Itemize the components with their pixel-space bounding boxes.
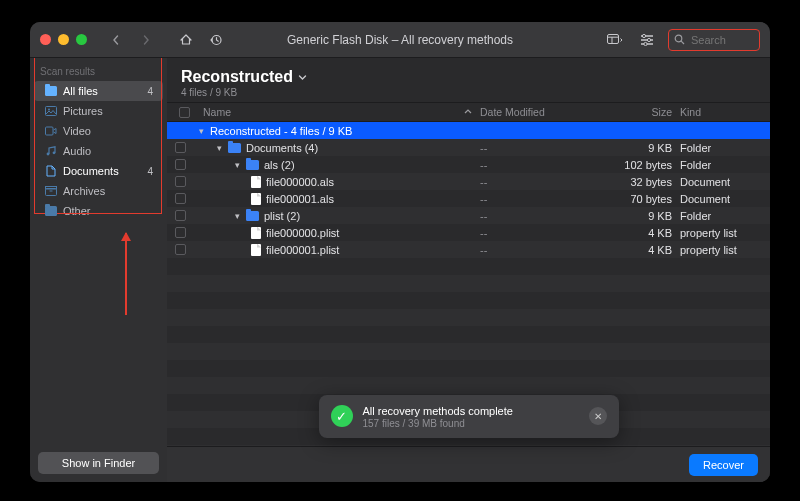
document-icon: [251, 227, 261, 239]
table-row[interactable]: ▾als (2) -- 102 bytes Folder: [167, 156, 770, 173]
sidebar-item-label: Video: [63, 125, 91, 137]
svg-rect-14: [45, 127, 53, 135]
column-date[interactable]: Date Modified: [480, 106, 600, 118]
sort-indicator-icon: [464, 108, 472, 116]
folder-icon: [228, 143, 241, 153]
document-icon: [251, 176, 261, 188]
table-row[interactable]: file000000.plist -- 4 KB property list: [167, 224, 770, 241]
toast-close-button[interactable]: ✕: [589, 407, 607, 425]
sidebar-item-label: All files: [63, 85, 98, 97]
main-title[interactable]: Reconstructed: [181, 68, 756, 86]
forward-button[interactable]: [135, 29, 157, 51]
close-window-button[interactable]: [40, 34, 51, 45]
document-icon: [251, 193, 261, 205]
folder-icon: [246, 211, 259, 221]
history-button[interactable]: [205, 29, 227, 51]
sidebar-item-audio[interactable]: Audio: [34, 141, 163, 161]
sidebar-item-documents[interactable]: Documents 4: [34, 161, 163, 181]
sidebar-item-all-files[interactable]: All files 4: [34, 81, 163, 101]
annotation-arrow: [125, 233, 127, 315]
row-checkbox[interactable]: [175, 227, 186, 238]
folder-icon: [44, 205, 57, 218]
row-checkbox[interactable]: [175, 159, 186, 170]
sidebar: Scan results All files 4 Pictures Video …: [30, 58, 167, 482]
table-row[interactable]: file000001.plist -- 4 KB property list: [167, 241, 770, 258]
svg-line-11: [681, 41, 684, 44]
svg-rect-18: [45, 187, 56, 190]
show-in-finder-button[interactable]: Show in Finder: [38, 452, 159, 474]
svg-point-13: [48, 109, 50, 111]
recover-button[interactable]: Recover: [689, 454, 758, 476]
sidebar-item-label: Documents: [63, 165, 119, 177]
table-row[interactable]: ▾Reconstructed - 4 files / 9 KB: [167, 122, 770, 139]
svg-point-5: [642, 34, 645, 37]
home-button[interactable]: [175, 29, 197, 51]
document-icon: [44, 165, 57, 178]
completion-toast: ✓ All recovery methods complete 157 file…: [319, 395, 619, 438]
sidebar-item-count: 4: [147, 86, 153, 97]
footer: Recover: [167, 446, 770, 482]
chevron-down-icon: [298, 73, 307, 82]
table-header: Name Date Modified Size Kind: [167, 102, 770, 122]
column-size[interactable]: Size: [600, 106, 680, 118]
search-icon: [674, 34, 685, 45]
row-checkbox[interactable]: [175, 210, 186, 221]
main-subtitle: 4 files / 9 KB: [181, 87, 756, 98]
svg-rect-17: [45, 189, 56, 196]
zoom-window-button[interactable]: [76, 34, 87, 45]
table-row[interactable]: ▾plist (2) -- 9 KB Folder: [167, 207, 770, 224]
checkmark-icon: ✓: [331, 405, 353, 427]
row-checkbox[interactable]: [175, 244, 186, 255]
main-title-text: Reconstructed: [181, 68, 293, 86]
back-button[interactable]: [105, 29, 127, 51]
search-box[interactable]: [668, 29, 760, 51]
app-window: Generic Flash Disk – All recovery method…: [30, 22, 770, 482]
select-all-checkbox[interactable]: [179, 107, 190, 118]
sidebar-item-label: Audio: [63, 145, 91, 157]
view-mode-button[interactable]: [604, 29, 626, 51]
minimize-window-button[interactable]: [58, 34, 69, 45]
table-row[interactable]: file000000.als -- 32 bytes Document: [167, 173, 770, 190]
image-icon: [44, 105, 57, 118]
row-checkbox[interactable]: [175, 142, 186, 153]
sidebar-item-pictures[interactable]: Pictures: [34, 101, 163, 121]
video-icon: [44, 125, 57, 138]
svg-point-7: [647, 38, 650, 41]
document-icon: [251, 244, 261, 256]
row-checkbox[interactable]: [175, 193, 186, 204]
sidebar-section-title: Scan results: [30, 58, 167, 81]
sidebar-item-archives[interactable]: Archives: [34, 181, 163, 201]
archive-icon: [44, 185, 57, 198]
main-panel: Reconstructed 4 files / 9 KB Name Date M…: [167, 58, 770, 482]
titlebar: Generic Flash Disk – All recovery method…: [30, 22, 770, 58]
svg-point-15: [46, 153, 49, 156]
svg-rect-1: [608, 34, 619, 43]
folder-icon: [246, 160, 259, 170]
row-checkbox[interactable]: [175, 176, 186, 187]
svg-rect-12: [45, 107, 56, 116]
table-row[interactable]: file000001.als -- 70 bytes Document: [167, 190, 770, 207]
sidebar-item-other[interactable]: Other: [34, 201, 163, 221]
svg-point-10: [675, 35, 682, 42]
search-input[interactable]: [689, 33, 754, 47]
column-kind[interactable]: Kind: [680, 106, 770, 118]
toast-subtitle: 157 files / 39 MB found: [363, 418, 513, 429]
sidebar-item-label: Archives: [63, 185, 105, 197]
toast-title: All recovery methods complete: [363, 404, 513, 418]
sidebar-item-label: Other: [63, 205, 91, 217]
table-row[interactable]: ▾Documents (4) -- 9 KB Folder: [167, 139, 770, 156]
window-controls: [40, 34, 87, 45]
svg-point-16: [52, 151, 55, 154]
filter-button[interactable]: [636, 29, 658, 51]
sidebar-item-count: 4: [147, 166, 153, 177]
column-name[interactable]: Name: [197, 106, 480, 118]
sidebar-item-label: Pictures: [63, 105, 103, 117]
sidebar-item-video[interactable]: Video: [34, 121, 163, 141]
svg-point-9: [644, 42, 647, 45]
audio-icon: [44, 145, 57, 158]
folder-icon: [44, 85, 57, 98]
